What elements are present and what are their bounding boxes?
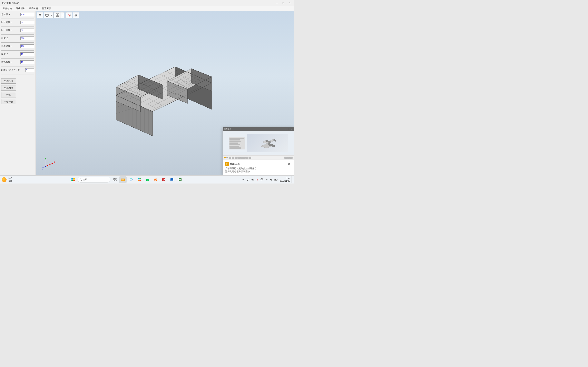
tray-audio[interactable] xyxy=(251,178,255,182)
show-desktop-button[interactable] xyxy=(292,176,292,183)
menu-item-temp[interactable]: 温度分析 xyxy=(27,7,40,10)
mesh-svg xyxy=(98,50,224,138)
input-thickness[interactable] xyxy=(20,52,34,56)
orbit-icon xyxy=(67,13,71,17)
dot-gray xyxy=(226,157,228,158)
clock[interactable]: 8:55 2022/11/26 xyxy=(279,177,291,183)
grid-button[interactable] xyxy=(54,12,60,18)
svg-text:工: 工 xyxy=(171,179,173,181)
iqiyi-icon: iQIYI xyxy=(146,178,149,182)
generate-geometry-button[interactable]: 生成几何 xyxy=(1,78,16,83)
svg-rect-106 xyxy=(121,179,123,179)
app-button-unknown5[interactable]: FE xyxy=(176,176,184,183)
taskbar-center: 搜索 xyxy=(12,176,241,183)
form-row-length: 总长度（ xyxy=(1,13,34,16)
input-length[interactable] xyxy=(20,13,34,16)
svg-rect-101 xyxy=(113,178,114,179)
weather-temp: -3°C xyxy=(8,177,12,180)
input-mesh-size[interactable] xyxy=(25,68,34,72)
pan-button[interactable] xyxy=(73,12,79,18)
svg-text:iQIYI: iQIYI xyxy=(147,179,149,181)
snip-close-button[interactable]: ✕ xyxy=(287,162,291,166)
snip-preview-minimize[interactable]: ─ xyxy=(285,128,287,130)
app-button-store[interactable] xyxy=(136,176,143,183)
search-icon xyxy=(79,178,82,181)
input-temp[interactable] xyxy=(20,36,34,40)
edge-icon xyxy=(129,178,133,182)
app-button-explorer[interactable] xyxy=(119,176,127,183)
wifi-icon xyxy=(265,178,268,181)
tray-expand[interactable]: ^ xyxy=(241,178,245,182)
menu-item-mesh[interactable]: 网格划分 xyxy=(14,7,27,10)
close-button[interactable]: ✕ xyxy=(287,1,292,5)
snip-mini-preview xyxy=(247,134,288,152)
app-button-unknown3[interactable]: W xyxy=(160,176,167,183)
camera-button[interactable] xyxy=(37,12,43,18)
axes-svg: x y z xyxy=(42,157,55,170)
form-row-temp: 温度（ xyxy=(1,36,34,40)
generate-mesh-button[interactable]: 生成网格 xyxy=(1,85,16,91)
shield-icon xyxy=(260,178,263,181)
svg-text:W: W xyxy=(163,179,165,181)
snip-sub-message: 选择此处标记并共享图像 xyxy=(225,170,291,173)
svg-point-88 xyxy=(45,166,47,167)
menu-item-heatflux[interactable]: 热流密度 xyxy=(40,7,53,10)
snip-preview-close[interactable]: ✕ xyxy=(290,128,293,130)
cube-button[interactable] xyxy=(44,12,50,18)
pan-icon xyxy=(74,13,78,17)
svg-rect-8 xyxy=(56,15,57,17)
form-row-mesh-size: 网格划分的最大尺度 xyxy=(1,68,34,72)
app-button-unknown2[interactable] xyxy=(152,176,159,183)
input-height[interactable] xyxy=(20,21,34,24)
label-height: 肋片高度（ xyxy=(1,21,12,24)
tray-sohu[interactable]: S xyxy=(255,178,259,182)
form-row-thickness: 厚度（ xyxy=(1,52,34,56)
input-envtemp[interactable] xyxy=(20,44,34,48)
app-button-unknown1[interactable]: iQIYI xyxy=(144,176,151,183)
maximize-button[interactable]: □ xyxy=(281,1,286,5)
tray-battery[interactable] xyxy=(274,178,278,182)
start-button[interactable] xyxy=(69,176,77,183)
snip-preview-maximize[interactable]: □ xyxy=(287,128,290,130)
taskbar-right: ^ S xyxy=(241,176,292,183)
svg-rect-97 xyxy=(71,180,73,181)
toolbar-separator-1 xyxy=(65,13,65,17)
minimize-button[interactable]: ─ xyxy=(274,1,280,5)
svg-rect-98 xyxy=(73,180,75,181)
input-conductivity[interactable] xyxy=(20,60,34,64)
snip-more-button[interactable]: ··· xyxy=(282,162,286,166)
svg-rect-133 xyxy=(275,179,276,180)
orbit-button[interactable] xyxy=(66,12,72,18)
app5-icon: FE xyxy=(178,178,182,182)
viewport[interactable]: ▼ ▼ xyxy=(36,11,294,175)
tray-sync[interactable] xyxy=(246,178,250,182)
cube-dropdown-button[interactable]: ▼ xyxy=(50,12,53,18)
tray-volume[interactable] xyxy=(269,178,273,182)
svg-rect-113 xyxy=(138,180,139,181)
calculate-button[interactable]: 计算 xyxy=(1,92,16,98)
app-button-edge[interactable] xyxy=(127,176,135,183)
app-button-unknown4[interactable]: 工 xyxy=(168,176,176,183)
one-click-calculate-button[interactable]: 一键计算 xyxy=(1,99,16,104)
menu-item-geometry[interactable]: 几何结构 xyxy=(1,7,14,10)
snip-main-message: 屏幕截图已复制到剪贴板并保存 xyxy=(225,167,291,170)
svg-point-99 xyxy=(80,179,81,180)
taskbar-left: -3°C 晴朗 xyxy=(2,177,12,182)
clock-date: 2022/11/26 xyxy=(280,180,290,183)
viewport-toolbar: ▼ ▼ xyxy=(37,12,79,18)
tray-network[interactable] xyxy=(265,178,269,182)
form-row-envtemp: 环境温度（ xyxy=(1,44,34,48)
label-width: 肋片宽度（ xyxy=(1,29,12,32)
svg-rect-107 xyxy=(121,179,124,180)
snip-preview-toolbar-text: 截图工具 xyxy=(224,128,284,131)
taskview-button[interactable] xyxy=(111,176,118,183)
input-width[interactable] xyxy=(20,29,34,32)
tray-windows-security[interactable] xyxy=(260,178,264,182)
form-row-conductivity: 导热系数（ xyxy=(1,60,34,64)
app-title: 肋片的传热分析 xyxy=(2,1,274,5)
svg-rect-112 xyxy=(139,178,141,179)
svg-rect-103 xyxy=(113,180,114,181)
grid-dropdown-button[interactable]: ▼ xyxy=(60,12,64,18)
snip-title: ✂ 截图工具 xyxy=(225,162,240,166)
search-bar[interactable]: 搜索 xyxy=(78,177,110,183)
